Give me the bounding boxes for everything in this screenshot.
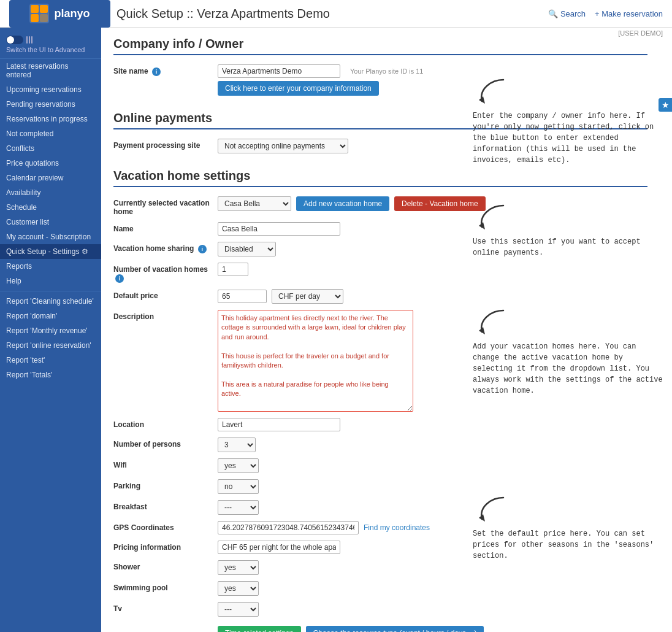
hint-price: Set the default price here. You can set … bbox=[473, 495, 663, 561]
svg-marker-5 bbox=[479, 96, 485, 104]
sidebar-item-not-completed[interactable]: Not completed bbox=[0, 126, 101, 141]
swimming-pool-select[interactable]: yesno--- bbox=[218, 581, 259, 596]
hint-company-text: Enter the company / owner info here. If … bbox=[473, 110, 663, 166]
search-link[interactable]: 🔍 Search bbox=[548, 9, 586, 18]
hint-vacation-homes: Add your vacation homes here. You can ch… bbox=[473, 307, 663, 396]
site-name-info-icon[interactable]: i bbox=[152, 67, 161, 76]
page-title: Quick Setup :: Verza Apartments Demo bbox=[116, 7, 330, 21]
swimming-pool-label: Swimming pool bbox=[113, 581, 212, 592]
add-vacation-home-button[interactable]: Add new vacation home bbox=[296, 196, 389, 211]
parking-select[interactable]: yesno--- bbox=[218, 479, 259, 494]
sidebar-item-pending-reservations[interactable]: Pending reservations bbox=[0, 97, 101, 112]
gps-label: GPS Coordinates bbox=[113, 521, 212, 532]
sidebar-item-report-totals[interactable]: Report 'Totals' bbox=[0, 368, 101, 382]
sharing-label: Vacation home sharing i bbox=[113, 242, 212, 253]
sidebar-item-report-cleaning[interactable]: Report 'Cleaning schedule' bbox=[0, 294, 101, 309]
num-persons-label: Number of persons bbox=[113, 437, 212, 449]
content-area: ★ Company info / Owner Site name i bbox=[101, 28, 672, 632]
ui-toggle-label: Switch the UI to Advanced bbox=[6, 46, 95, 53]
site-name-label: Site name i bbox=[113, 64, 212, 76]
sharing-select[interactable]: DisabledEnabled bbox=[218, 242, 276, 256]
svg-rect-2 bbox=[40, 5, 48, 13]
site-id-text: Your Planyo site ID is 11 bbox=[350, 67, 423, 75]
vacation-home-name-label: Name bbox=[113, 222, 212, 233]
sidebar-item-report-monthly[interactable]: Report 'Monthly revenue' bbox=[0, 323, 101, 338]
hint-arrow-3 bbox=[473, 307, 510, 338]
enter-company-info-button[interactable]: Click here to enter your company informa… bbox=[218, 81, 379, 96]
payment-select[interactable]: Not accepting online paymentsPayPalStrip… bbox=[218, 139, 348, 153]
sidebar-item-conflicts[interactable]: Conflicts bbox=[0, 141, 101, 156]
sidebar-item-reservations-progress[interactable]: Reservations in progress bbox=[0, 112, 101, 126]
num-persons-select[interactable]: 12345678910 bbox=[218, 437, 256, 452]
hint-arrow-1 bbox=[473, 77, 510, 107]
sidebar-item-customer-list[interactable]: Customer list bbox=[0, 215, 101, 229]
sidebar-item-price-quotations[interactable]: Price quotations bbox=[0, 156, 101, 171]
breakfast-label: Breakfast bbox=[113, 500, 212, 511]
gps-input[interactable] bbox=[218, 521, 359, 534]
parking-label: Parking bbox=[113, 479, 212, 490]
hint-vacation-homes-text: Add your vacation homes here. You can ch… bbox=[473, 341, 663, 396]
hint-company: Enter the company / owner info here. If … bbox=[473, 77, 663, 166]
svg-rect-4 bbox=[40, 14, 48, 22]
num-homes-input[interactable] bbox=[218, 263, 248, 276]
sidebar-item-report-domain[interactable]: Report 'domain' bbox=[0, 309, 101, 323]
sidebar-item-calendar-preview[interactable]: Calendar preview bbox=[0, 171, 101, 185]
location-input[interactable] bbox=[218, 418, 340, 431]
sidebar-item-availability[interactable]: Availability bbox=[0, 185, 101, 200]
ui-toggle-area: Switch the UI to Advanced bbox=[0, 31, 101, 59]
time-settings-button[interactable]: Time-related settings bbox=[218, 626, 301, 632]
pricing-info-label: Pricing information bbox=[113, 541, 212, 552]
svg-rect-1 bbox=[31, 5, 39, 13]
logo-text: planyo bbox=[54, 7, 90, 20]
sidebar-item-schedule[interactable]: Schedule bbox=[0, 200, 101, 215]
tv-label: Tv bbox=[113, 602, 212, 613]
vacation-home-select[interactable]: Casa Bella bbox=[218, 196, 291, 211]
wifi-select[interactable]: yesno--- bbox=[218, 458, 259, 473]
num-homes-label: Number of vacation homes i bbox=[113, 263, 212, 283]
sidebar-item-quick-setup[interactable]: Quick Setup - Settings ⚙ bbox=[0, 244, 101, 259]
description-textarea[interactable]: This holiday apartment lies directly nex… bbox=[218, 310, 413, 412]
sidebar-item-upcoming-reservations[interactable]: Upcoming reservations bbox=[0, 82, 101, 97]
default-price-input[interactable] bbox=[218, 290, 267, 303]
site-name-input[interactable] bbox=[218, 64, 340, 78]
breakfast-select[interactable]: yesno--- bbox=[218, 500, 259, 515]
svg-rect-3 bbox=[31, 14, 39, 22]
currently-selected-label: Currently selected vacation home bbox=[113, 196, 212, 216]
num-homes-info-icon[interactable]: i bbox=[115, 274, 124, 283]
description-label: Description bbox=[113, 310, 212, 321]
svg-marker-7 bbox=[479, 327, 485, 334]
hint-arrow-4 bbox=[473, 495, 510, 525]
location-label: Location bbox=[113, 418, 212, 429]
sidebar-item-my-account[interactable]: My account - Subscription bbox=[0, 229, 101, 244]
shower-select[interactable]: yesno--- bbox=[218, 560, 259, 575]
sidebar: Switch the UI to Advanced Latest reserva… bbox=[0, 28, 101, 632]
wifi-label: Wifi bbox=[113, 458, 212, 469]
time-settings-spacer bbox=[113, 626, 212, 628]
svg-marker-8 bbox=[479, 514, 485, 522]
hint-payments: Use this section if you want to accept o… bbox=[473, 202, 663, 258]
sidebar-item-help[interactable]: Help bbox=[0, 274, 101, 288]
sidebar-item-report-online[interactable]: Report 'online reservation' bbox=[0, 338, 101, 353]
pricing-info-input[interactable] bbox=[218, 541, 340, 554]
tv-select[interactable]: yesno--- bbox=[218, 602, 259, 617]
resource-type-button[interactable]: Choose the resource type (event / hours … bbox=[306, 626, 484, 632]
sidebar-item-latest-reservations[interactable]: Latest reservations entered bbox=[0, 59, 101, 82]
vacation-home-name-input[interactable] bbox=[218, 222, 340, 236]
planyo-logo-icon bbox=[29, 4, 49, 23]
sidebar-item-reports[interactable]: Reports bbox=[0, 259, 101, 274]
find-coords-link[interactable]: Find my coordinates bbox=[364, 523, 430, 532]
make-reservation-link[interactable]: + Make reservation bbox=[595, 9, 663, 18]
payment-label: Payment processing site bbox=[113, 139, 212, 150]
toggle-switch[interactable] bbox=[6, 36, 23, 44]
shower-label: Shower bbox=[113, 560, 212, 571]
hint-arrow-2 bbox=[473, 202, 510, 233]
hint-payments-text: Use this section if you want to accept o… bbox=[473, 236, 663, 258]
price-unit-select[interactable]: CHF per dayEUR per dayUSD per day bbox=[272, 289, 343, 304]
logo: planyo bbox=[9, 0, 110, 28]
search-icon: 🔍 bbox=[548, 9, 558, 18]
sidebar-item-report-test[interactable]: Report 'test' bbox=[0, 353, 101, 368]
sharing-info-icon[interactable]: i bbox=[198, 245, 207, 253]
hint-price-text: Set the default price here. You can set … bbox=[473, 528, 663, 561]
default-price-label: Default price bbox=[113, 289, 212, 300]
svg-marker-6 bbox=[479, 222, 485, 229]
